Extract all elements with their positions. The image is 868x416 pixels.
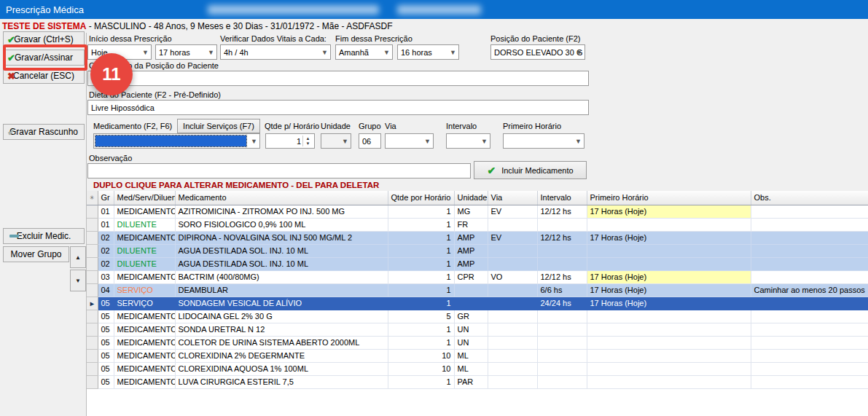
cell-via: VO <box>488 270 537 283</box>
save-draft-button[interactable]: ✔ Gravar Rascunho <box>3 124 85 140</box>
column-header-via[interactable]: Via <box>488 191 537 205</box>
table-row[interactable]: 02DILUENTEAGUA DESTILADA SOL. INJ. 10 ML… <box>87 244 868 257</box>
move-group-button[interactable]: Mover Grupo <box>3 246 69 262</box>
table-row[interactable]: 05MEDICAMENTOCLOREXIDINA 2% DEGERMANTE10… <box>87 349 868 362</box>
row-header-cell[interactable] <box>87 257 98 270</box>
row-header-cell[interactable] <box>87 310 98 323</box>
save-draft-button-label: Gravar Rascunho <box>9 127 78 137</box>
save-button[interactable]: ✔ Gravar (Ctrl+S) <box>3 31 85 47</box>
medication-select[interactable]: ▼ <box>93 133 260 149</box>
redacted-window-subtitle <box>208 5 379 15</box>
patient-position-value: DORSO ELEVADO 30 G <box>494 48 582 57</box>
end-day-select[interactable]: Amanhã▼ <box>335 44 393 60</box>
cell-intervalo <box>537 218 587 231</box>
row-header-cell[interactable] <box>87 244 98 257</box>
row-header-cell[interactable] <box>87 218 98 231</box>
delete-medication-button[interactable]: Excluir Medic. <box>3 228 85 244</box>
cell-unidade: PAR <box>454 375 488 388</box>
include-services-button[interactable]: Incluir Serviços (F7) <box>177 119 260 133</box>
row-header-cell[interactable] <box>87 362 98 375</box>
move-group-down-button[interactable]: ▼ <box>70 270 86 291</box>
patient-name: TESTE DE SISTEMA <box>2 21 86 31</box>
table-row[interactable]: 05MEDICAMENTOCLOREXIDINA AQUOSA 1% 100ML… <box>87 362 868 375</box>
cell-tipo: SERVIÇO <box>114 283 175 297</box>
column-header-unidade[interactable]: Unidade <box>454 191 488 205</box>
cell-obs <box>751 323 868 336</box>
first-time-select[interactable]: ▼ <box>503 133 584 149</box>
cell-via <box>488 244 537 257</box>
table-row[interactable]: ▸05SERVIÇOSONDAGEM VESICAL DE ALÍVIO124/… <box>87 297 868 310</box>
qty-per-time-stepper[interactable]: 1 ▲▼ <box>265 133 315 149</box>
position-observation-input[interactable] <box>87 71 589 86</box>
row-header-cell[interactable] <box>87 349 98 362</box>
cell-tipo: MEDICAMENTO <box>114 375 175 388</box>
interval-select[interactable]: ▼ <box>446 133 490 149</box>
vitals-interval-select[interactable]: 4h / 4h▼ <box>220 44 331 60</box>
cell-obs <box>751 205 868 218</box>
start-prescription-label: Início dessa Prescrição <box>89 34 172 43</box>
spinner-arrows-icon[interactable]: ▲▼ <box>302 136 313 146</box>
move-group-up-button[interactable]: ▲ <box>70 246 86 268</box>
cell-gr: 05 <box>98 323 114 336</box>
observation-input[interactable] <box>87 163 471 178</box>
column-header-obs[interactable]: Obs. <box>751 191 868 205</box>
cell-obs <box>751 336 868 349</box>
row-header-cell[interactable] <box>87 336 98 349</box>
row-header-cell[interactable] <box>87 323 98 336</box>
table-row[interactable]: 05MEDICAMENTOLIDOCAINA GEL 2% 30 G5GR <box>87 310 868 323</box>
cell-obs: Caminhar ao menos 20 passos <box>751 283 868 297</box>
row-header-cell[interactable] <box>87 205 98 218</box>
column-header-medicamento[interactable]: Medicamento <box>175 191 388 205</box>
end-time-select[interactable]: 16 horas▼ <box>397 44 459 60</box>
end-prescription-label: Fim dessa Prescrição <box>335 34 413 43</box>
route-select[interactable]: ▼ <box>385 133 434 149</box>
column-header-intervalo[interactable]: Intervalo <box>537 191 587 205</box>
table-row[interactable]: 05MEDICAMENTOSONDA URETRAL N 121UN <box>87 323 868 336</box>
cell-gr: 01 <box>98 205 114 218</box>
cell-via: EV <box>488 205 537 218</box>
start-time-select[interactable]: 17 horas▼ <box>155 44 217 60</box>
row-header-cell[interactable] <box>87 283 98 297</box>
patient-diet-input[interactable]: Livre Hipossódica <box>87 100 589 115</box>
table-row[interactable]: 02MEDICAMENTODIPIRONA - NOVALGINA SOL IN… <box>87 231 868 244</box>
table-row[interactable]: 05MEDICAMENTOLUVA CIRURGICA ESTERIL 7,51… <box>87 375 868 388</box>
prescription-grid: ✳Gr▲Med/Serv/DiluenteMedicamentoQtde por… <box>87 191 868 416</box>
table-row[interactable]: 04SERVIÇODEAMBULAR16/6 hs17 Horas (Hoje)… <box>87 283 868 297</box>
cell-qtde: 1 <box>388 257 454 270</box>
include-medication-button[interactable]: ✔ Incluir Medicamento <box>474 161 587 179</box>
cell-unidade: AMP <box>454 231 488 244</box>
cell-via <box>488 336 537 349</box>
cell-obs <box>751 244 868 257</box>
table-row[interactable]: 02DILUENTEAGUA DESTILADA SOL. INJ. 10 ML… <box>87 257 868 270</box>
row-header-cell[interactable] <box>87 270 98 283</box>
group-input[interactable]: 06 <box>359 133 381 149</box>
cell-unidade: CPR <box>454 270 488 283</box>
cell-qtde: 1 <box>388 375 454 388</box>
table-row[interactable]: 03MEDICAMENTOBACTRIM (400/80MG)1CPRVO12/… <box>87 270 868 283</box>
cell-via <box>488 218 537 231</box>
cell-medicamento: CLOREXIDINA AQUOSA 1% 100ML <box>175 362 388 375</box>
column-header-qtde-por-horario[interactable]: Qtde por Horário <box>388 191 454 205</box>
chevron-down-icon: ▼ <box>321 49 328 56</box>
table-row[interactable]: 01MEDICAMENTOAZITROMICINA - ZITROMAX PO … <box>87 205 868 218</box>
column-header-med-serv-diluente[interactable]: Med/Serv/Diluente <box>114 191 175 205</box>
save-sign-button[interactable]: ✔ Gravar/Assinar <box>3 50 85 66</box>
sidebar: ✔ Gravar (Ctrl+S) ✔ Gravar/Assinar ✖ Can… <box>0 33 87 416</box>
cancel-button[interactable]: ✖ Cancelar (ESC) <box>3 68 85 84</box>
cell-primeiro_horario: 17 Horas (Hoje) <box>587 231 751 244</box>
column-header-primeiro-horario[interactable]: Primeiro Horário <box>587 191 751 205</box>
cell-gr: 02 <box>98 231 114 244</box>
patient-position-select[interactable]: DORSO ELEVADO 30 G▼ <box>490 44 585 60</box>
column-header-gr[interactable]: Gr▲ <box>98 191 114 205</box>
save-button-label: Gravar (Ctrl+S) <box>14 34 74 44</box>
row-header-cell[interactable] <box>87 375 98 388</box>
group-value: 06 <box>362 137 371 146</box>
unit-label: Unidade <box>321 122 351 130</box>
table-row[interactable]: 01DILUENTESORO FISIOLOGICO 0,9% 100 ML1F… <box>87 218 868 231</box>
table-row[interactable]: 05MEDICAMENTOCOLETOR DE URINA SISTEMA AB… <box>87 336 868 349</box>
cell-unidade: UN <box>454 336 488 349</box>
row-header-cell[interactable] <box>87 231 98 244</box>
selected-row-indicator[interactable]: ▸ <box>87 297 98 310</box>
first-time-label: Primeiro Horário <box>503 122 561 130</box>
unit-select[interactable]: ▼ <box>321 133 351 149</box>
